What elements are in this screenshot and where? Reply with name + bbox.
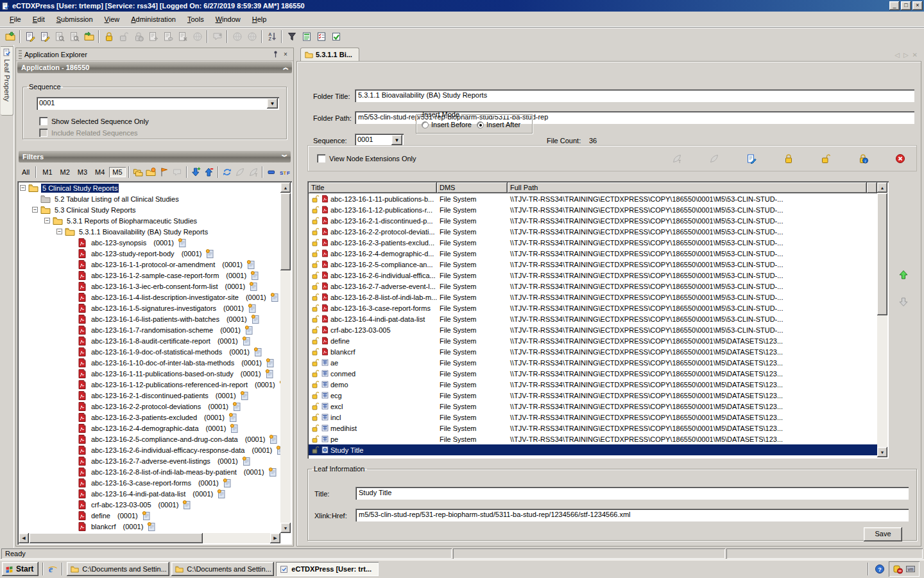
tree-item[interactable]: abc-123-16-1-2-sample-case-report-form(0… bbox=[19, 270, 280, 281]
tray-shield-icon[interactable] bbox=[893, 564, 903, 574]
file-row[interactable]: defineFile System\\TJV-TR-RSS34\TRAINING… bbox=[309, 335, 887, 346]
filter-tab-all[interactable]: All bbox=[19, 167, 33, 177]
tree-item[interactable]: −5.3 Clinical Study Reports bbox=[19, 204, 280, 215]
file-row[interactable]: peFile System\\TJV-TR-RSS34\TRAINING\ECT… bbox=[309, 434, 887, 444]
scroll-thumb[interactable] bbox=[30, 533, 203, 543]
tree-item[interactable]: −5.3.1 Reports of Biopharmaceutic Studie… bbox=[19, 215, 280, 226]
tree-expander-icon[interactable]: − bbox=[32, 207, 38, 213]
file-row[interactable]: abc-123-16-3-case-report-formsFile Syste… bbox=[309, 302, 887, 313]
move-up-button[interactable] bbox=[895, 270, 912, 280]
file-row[interactable]: inclFile System\\TJV-TR-RSS34\TRAINING\E… bbox=[309, 412, 887, 423]
doc-x-button[interactable] bbox=[175, 30, 190, 44]
checkbox-box[interactable] bbox=[39, 117, 47, 125]
menu-help[interactable]: Help bbox=[246, 13, 273, 25]
doc-edit-button[interactable] bbox=[22, 30, 37, 44]
tree-item[interactable]: abc-123-synopsis(0001) bbox=[19, 237, 280, 248]
sphere-button[interactable] bbox=[230, 30, 244, 44]
xlink-href-input[interactable]: m5/53-clin-stud-rep/531-rep-biopharm-stu… bbox=[355, 509, 909, 521]
file-row[interactable]: demoFile System\\TJV-TR-RSS34\TRAINING\E… bbox=[309, 379, 887, 390]
tab-close-icon[interactable]: ✕ bbox=[912, 51, 918, 58]
tree-item[interactable]: abc-123-16-1-12-publications-referenced-… bbox=[19, 379, 280, 390]
delete-red-button[interactable] bbox=[893, 152, 907, 166]
filter-tab-m2[interactable]: M2 bbox=[57, 167, 73, 177]
sort-az-button[interactable]: AZ bbox=[264, 30, 279, 44]
quill-t-button[interactable]: T bbox=[248, 166, 259, 179]
tree-item[interactable]: abc-123-16-1-9-doc-of-statistical-method… bbox=[19, 346, 280, 357]
pin-icon[interactable] bbox=[270, 50, 280, 59]
checklist-red-button[interactable] bbox=[314, 30, 329, 44]
scroll-left-icon[interactable]: ◀ bbox=[19, 533, 29, 543]
lock-closed-button[interactable] bbox=[101, 30, 116, 44]
arrow-down-plus-button[interactable] bbox=[190, 166, 201, 179]
column-header-full-path[interactable]: Full Path bbox=[508, 182, 867, 193]
sequence-select[interactable]: 0001 ▼ bbox=[355, 134, 404, 146]
start-button[interactable]: Start bbox=[2, 562, 38, 576]
filter-tab-m5[interactable]: M5 bbox=[109, 167, 125, 177]
filters-band[interactable]: Filters ︾ bbox=[19, 151, 291, 162]
file-row[interactable]: blankcrfFile System\\TJV-TR-RSS34\TRAINI… bbox=[309, 346, 887, 357]
tree-item[interactable]: abc-123-study-report-body(0001) bbox=[19, 248, 280, 259]
file-row[interactable]: abc-123-16-2-3-patients-exclud...File Sy… bbox=[309, 237, 887, 248]
sphere-button[interactable] bbox=[190, 30, 205, 44]
tree-item[interactable]: abc-123-16-2-2-protocol-deviations(0001) bbox=[19, 401, 280, 412]
file-row[interactable]: abc-123-16-2-7-adverse-event-l...File Sy… bbox=[309, 281, 887, 292]
comment-plus-button[interactable] bbox=[210, 30, 225, 44]
arrow-up-minus-button[interactable] bbox=[203, 166, 214, 179]
tree-item[interactable]: abc-123-16-2-6-individual-efficacy-respo… bbox=[19, 444, 280, 455]
tab-prev-icon[interactable]: ◁ bbox=[894, 51, 900, 58]
tree-item[interactable]: abc-123-16-1-1-protocol-or-amendment(000… bbox=[19, 259, 280, 270]
maximize-button[interactable]: □ bbox=[901, 1, 911, 10]
tree-item[interactable]: abc-123-16-1-8-audit-certificate-report(… bbox=[19, 335, 280, 346]
taskbar-button[interactable]: eCTDXPress [User: trt... bbox=[276, 562, 379, 576]
menu-tools[interactable]: Tools bbox=[182, 13, 210, 25]
stf-text-button[interactable]: STF bbox=[278, 166, 290, 179]
tree-item[interactable]: abc-123-16-1-10-doc-of-inter-lab-sta-met… bbox=[19, 357, 280, 368]
menu-edit[interactable]: Edit bbox=[27, 13, 51, 25]
tree-horizontal-scrollbar[interactable]: ◀ ▶ bbox=[19, 533, 280, 543]
folder-title-input[interactable]: 5.3.1.1 Bioavailability (BA) Study Repor… bbox=[355, 89, 914, 102]
open-folder-button[interactable] bbox=[3, 30, 17, 44]
tab-next-icon[interactable]: ▷ bbox=[903, 51, 909, 58]
file-row[interactable]: abc-123-16-4-indi-pat-data-listFile Syst… bbox=[309, 313, 887, 324]
checkbox-box[interactable] bbox=[317, 154, 325, 162]
filter-tab-m1[interactable]: M1 bbox=[39, 167, 55, 177]
doc-edit-button[interactable] bbox=[37, 30, 52, 44]
table-vertical-scrollbar[interactable]: ▲ ▼ bbox=[877, 182, 887, 457]
tree-vertical-scrollbar[interactable]: ▲ ▼ bbox=[280, 182, 291, 533]
scroll-thumb[interactable] bbox=[877, 193, 887, 315]
show-selected-sequence-checkbox[interactable]: Show Selected Sequence Only bbox=[39, 117, 149, 125]
doc-search-button[interactable] bbox=[52, 30, 67, 44]
column-header-dms[interactable]: DMS bbox=[437, 182, 508, 193]
insert-before-radio[interactable]: Insert Before bbox=[422, 121, 472, 128]
tree-item[interactable]: 5.2 Tabular Listing of all Clinical Stud… bbox=[19, 193, 280, 204]
menu-administration[interactable]: Administration bbox=[125, 13, 182, 25]
tree-item[interactable]: define(0001) bbox=[19, 510, 280, 521]
file-row[interactable]: abc-123-16-2-1-discontinued-p...File Sys… bbox=[309, 215, 887, 226]
sequence-combo[interactable]: 0001 ▼ bbox=[37, 97, 279, 110]
flag-button[interactable] bbox=[158, 166, 170, 179]
lock-open-button[interactable] bbox=[116, 30, 131, 44]
combo-dropdown-icon[interactable]: ▼ bbox=[391, 135, 402, 145]
tree-expander-icon[interactable]: − bbox=[44, 218, 50, 223]
scroll-down-icon[interactable]: ▼ bbox=[877, 447, 887, 457]
move-up-icon[interactable] bbox=[898, 270, 909, 280]
tree-item[interactable]: abc-123-16-3-case-report-forms(0001) bbox=[19, 477, 280, 488]
doc-search-button[interactable] bbox=[67, 30, 81, 44]
tree-item[interactable]: abc-123-16-1-5-signatures-investigators(… bbox=[19, 302, 280, 313]
internet-explorer-icon[interactable]: e bbox=[47, 564, 58, 574]
bubble-button[interactable] bbox=[171, 166, 183, 179]
tree-item[interactable]: abc-123-16-4-indi-pat-data-list(0001) bbox=[19, 488, 280, 499]
file-row[interactable]: crf-abc-123-03-005File System\\TJV-TR-RS… bbox=[309, 324, 887, 335]
menu-file[interactable]: File bbox=[4, 13, 27, 25]
view-node-extensions-checkbox[interactable]: View Node Extensions Only bbox=[317, 154, 416, 162]
file-row[interactable]: ecgFile System\\TJV-TR-RSS34\TRAINING\EC… bbox=[309, 390, 887, 401]
blue-dash-button[interactable] bbox=[266, 166, 277, 179]
export-folder-button[interactable] bbox=[81, 30, 96, 44]
folder-pair-button[interactable] bbox=[132, 166, 144, 179]
tree-item[interactable]: crf-abc-123-03-005(0001) bbox=[19, 499, 280, 510]
close-panel-icon[interactable]: × bbox=[280, 50, 291, 59]
radio-circle[interactable] bbox=[477, 121, 484, 128]
tree-item[interactable]: abc-123-16-2-1-discontinued-patients(000… bbox=[19, 390, 280, 401]
pin-icon[interactable] bbox=[271, 50, 280, 58]
leaf-title-input[interactable]: Study Title bbox=[355, 487, 909, 500]
